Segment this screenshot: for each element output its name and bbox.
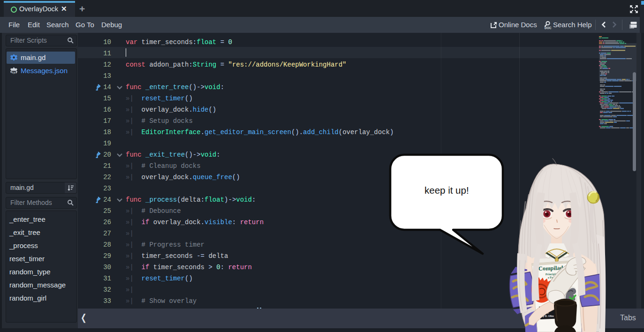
svg-text:keep it up!: keep it up! bbox=[424, 185, 469, 196]
